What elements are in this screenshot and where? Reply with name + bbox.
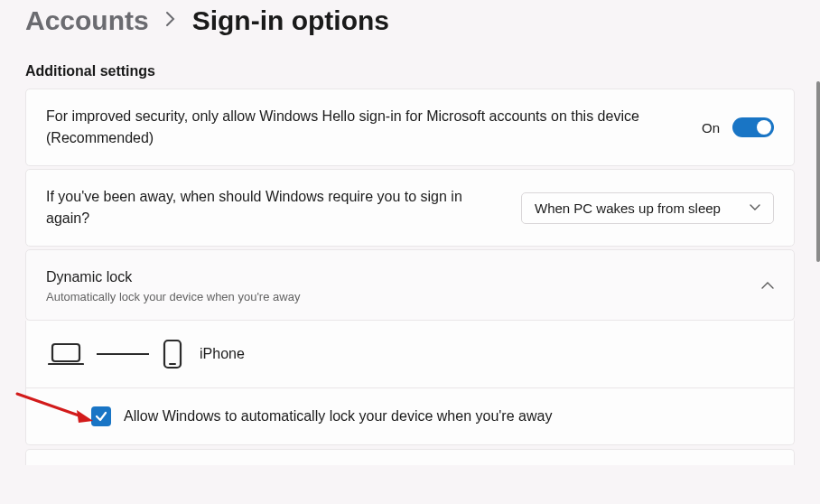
breadcrumb-parent[interactable]: Accounts (25, 5, 149, 36)
chevron-down-icon (750, 202, 760, 213)
laptop-icon (48, 341, 84, 367)
phone-icon (162, 339, 183, 369)
chevron-right-icon (165, 11, 176, 32)
chevron-up-icon (761, 278, 774, 292)
setting-description: If you've been away, when should Windows… (46, 186, 503, 229)
section-heading: Additional settings (25, 63, 795, 79)
paired-device-name: iPhone (200, 346, 245, 362)
setting-description: For improved security, only allow Window… (46, 106, 684, 149)
windows-hello-signin-setting: For improved security, only allow Window… (25, 89, 795, 166)
paired-device-row: iPhone (26, 321, 794, 388)
auto-lock-checkbox[interactable] (91, 406, 111, 426)
auto-lock-checkbox-row: Allow Windows to automatically lock your… (26, 388, 794, 444)
dynamic-lock-panel: iPhone Allow Windows to automatically lo… (25, 321, 795, 445)
toggle-state-label: On (702, 120, 720, 135)
svg-line-4 (17, 394, 84, 417)
next-setting-stub (25, 449, 795, 465)
windows-hello-toggle[interactable] (732, 117, 774, 137)
page-title: Sign-in options (192, 5, 389, 36)
require-signin-setting: If you've been away, when should Windows… (25, 169, 795, 247)
dynamic-lock-expander[interactable]: Dynamic lock Automatically lock your dev… (25, 249, 795, 321)
dynamic-lock-title: Dynamic lock (46, 266, 743, 288)
select-value: When PC wakes up from sleep (535, 201, 721, 216)
breadcrumb: Accounts Sign-in options (25, 5, 795, 36)
scrollbar-thumb[interactable] (816, 81, 820, 262)
require-signin-select[interactable]: When PC wakes up from sleep (521, 192, 774, 224)
svg-rect-0 (52, 344, 79, 361)
pairing-link-icon (97, 353, 149, 355)
auto-lock-checkbox-label: Allow Windows to automatically lock your… (124, 408, 552, 425)
dynamic-lock-subtitle: Automatically lock your device when you'… (46, 290, 743, 303)
